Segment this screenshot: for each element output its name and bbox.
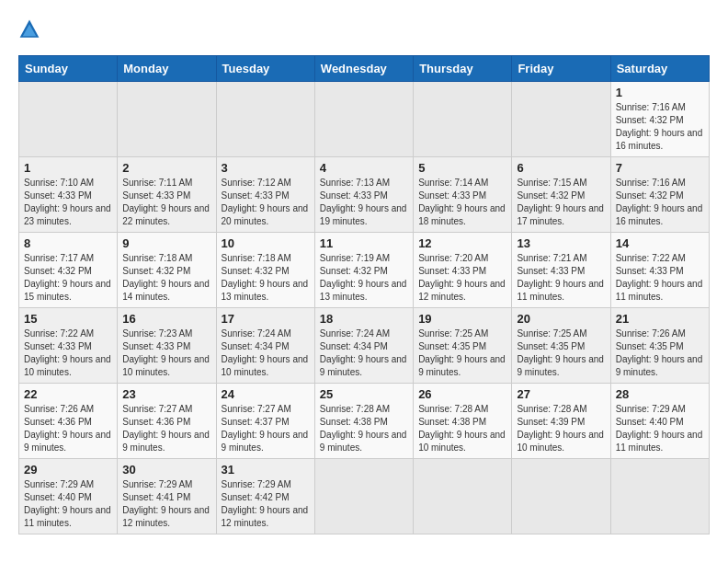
day-info: Sunrise: 7:26 AM Sunset: 4:35 PM Dayligh…: [616, 327, 704, 379]
day-number: 13: [517, 236, 605, 250]
day-info: Sunrise: 7:26 AM Sunset: 4:36 PM Dayligh…: [24, 403, 112, 454]
calendar-cell: [314, 82, 413, 157]
calendar-cell: 20 Sunrise: 7:25 AM Sunset: 4:35 PM Dayl…: [512, 308, 610, 384]
calendar-cell: [118, 82, 216, 157]
day-info: Sunrise: 7:16 AM Sunset: 4:32 PM Dayligh…: [616, 101, 704, 153]
calendar-cell: 16 Sunrise: 7:23 AM Sunset: 4:33 PM Dayl…: [118, 308, 216, 384]
day-info: Sunrise: 7:29 AM Sunset: 4:42 PM Dayligh…: [222, 478, 310, 530]
day-info: Sunrise: 7:16 AM Sunset: 4:32 PM Dayligh…: [616, 177, 704, 228]
calendar-cell: [512, 459, 610, 534]
calendar-cell: 10 Sunrise: 7:18 AM Sunset: 4:32 PM Dayl…: [216, 233, 314, 308]
calendar-cell: [512, 82, 610, 157]
calendar-cell: 14 Sunrise: 7:22 AM Sunset: 4:33 PM Dayl…: [610, 233, 709, 308]
calendar-cell: 29 Sunrise: 7:29 AM Sunset: 4:40 PM Dayl…: [19, 459, 118, 534]
day-info: Sunrise: 7:17 AM Sunset: 4:32 PM Dayligh…: [24, 252, 112, 304]
calendar-cell: 4 Sunrise: 7:13 AM Sunset: 4:33 PM Dayli…: [314, 157, 413, 233]
day-number: 20: [517, 312, 605, 326]
day-of-week-thursday: Thursday: [414, 56, 512, 82]
calendar-week-4: 15 Sunrise: 7:22 AM Sunset: 4:33 PM Dayl…: [19, 308, 710, 384]
day-number: 23: [122, 387, 210, 401]
day-number: 3: [222, 161, 310, 175]
day-info: Sunrise: 7:29 AM Sunset: 4:40 PM Dayligh…: [24, 478, 112, 530]
day-number: 28: [616, 387, 704, 401]
day-number: 6: [517, 161, 605, 175]
day-number: 1: [616, 86, 704, 99]
calendar-cell: [216, 82, 314, 157]
calendar-week-3: 8 Sunrise: 7:17 AM Sunset: 4:32 PM Dayli…: [19, 233, 710, 308]
day-number: 18: [320, 312, 408, 326]
day-of-week-sunday: Sunday: [19, 56, 118, 82]
day-info: Sunrise: 7:27 AM Sunset: 4:37 PM Dayligh…: [222, 403, 310, 454]
day-number: 9: [122, 236, 210, 250]
calendar-cell: 8 Sunrise: 7:17 AM Sunset: 4:32 PM Dayli…: [19, 233, 118, 308]
day-of-week-wednesday: Wednesday: [314, 56, 413, 82]
day-number: 16: [122, 312, 210, 326]
calendar-cell: [19, 82, 118, 157]
calendar-cell: 2 Sunrise: 7:11 AM Sunset: 4:33 PM Dayli…: [118, 157, 216, 233]
calendar-header-row: SundayMondayTuesdayWednesdayThursdayFrid…: [19, 56, 710, 82]
calendar-cell: 18 Sunrise: 7:24 AM Sunset: 4:34 PM Dayl…: [314, 308, 413, 384]
day-info: Sunrise: 7:18 AM Sunset: 4:32 PM Dayligh…: [122, 252, 210, 304]
calendar-cell: 25 Sunrise: 7:28 AM Sunset: 4:38 PM Dayl…: [314, 384, 413, 459]
calendar-cell: 17 Sunrise: 7:24 AM Sunset: 4:34 PM Dayl…: [216, 308, 314, 384]
calendar: SundayMondayTuesdayWednesdayThursdayFrid…: [18, 55, 710, 534]
calendar-cell: 28 Sunrise: 7:29 AM Sunset: 4:40 PM Dayl…: [610, 384, 709, 459]
day-info: Sunrise: 7:12 AM Sunset: 4:33 PM Dayligh…: [222, 177, 310, 228]
calendar-cell: 15 Sunrise: 7:22 AM Sunset: 4:33 PM Dayl…: [19, 308, 118, 384]
day-number: 8: [24, 236, 112, 250]
day-number: 4: [320, 161, 408, 175]
day-info: Sunrise: 7:28 AM Sunset: 4:39 PM Dayligh…: [517, 403, 605, 454]
day-of-week-monday: Monday: [118, 56, 216, 82]
day-info: Sunrise: 7:19 AM Sunset: 4:32 PM Dayligh…: [320, 252, 408, 304]
calendar-week-1: 1 Sunrise: 7:16 AM Sunset: 4:32 PM Dayli…: [19, 82, 710, 157]
day-info: Sunrise: 7:27 AM Sunset: 4:36 PM Dayligh…: [122, 403, 210, 454]
day-number: 27: [517, 387, 605, 401]
day-number: 11: [320, 236, 408, 250]
day-number: 29: [24, 463, 112, 477]
day-number: 2: [122, 161, 210, 175]
day-info: Sunrise: 7:15 AM Sunset: 4:32 PM Dayligh…: [517, 177, 605, 228]
day-info: Sunrise: 7:25 AM Sunset: 4:35 PM Dayligh…: [517, 327, 605, 379]
calendar-cell: [414, 82, 512, 157]
calendar-cell: 24 Sunrise: 7:27 AM Sunset: 4:37 PM Dayl…: [216, 384, 314, 459]
day-info: Sunrise: 7:25 AM Sunset: 4:35 PM Dayligh…: [418, 327, 506, 379]
day-number: 26: [418, 387, 506, 401]
day-number: 21: [616, 312, 704, 326]
calendar-cell: [314, 459, 413, 534]
day-number: 10: [222, 236, 310, 250]
day-info: Sunrise: 7:22 AM Sunset: 4:33 PM Dayligh…: [24, 327, 112, 379]
calendar-cell: 3 Sunrise: 7:12 AM Sunset: 4:33 PM Dayli…: [216, 157, 314, 233]
day-number: 7: [616, 161, 704, 175]
calendar-cell: 22 Sunrise: 7:26 AM Sunset: 4:36 PM Dayl…: [19, 384, 118, 459]
day-number: 5: [418, 161, 506, 175]
day-number: 12: [418, 236, 506, 250]
day-info: Sunrise: 7:18 AM Sunset: 4:32 PM Dayligh…: [222, 252, 310, 304]
page-header: [18, 18, 710, 40]
day-info: Sunrise: 7:24 AM Sunset: 4:34 PM Dayligh…: [222, 327, 310, 379]
day-number: 24: [222, 387, 310, 401]
day-info: Sunrise: 7:11 AM Sunset: 4:33 PM Dayligh…: [122, 177, 210, 228]
logo: [18, 18, 44, 40]
calendar-cell: 27 Sunrise: 7:28 AM Sunset: 4:39 PM Dayl…: [512, 384, 610, 459]
calendar-cell: 11 Sunrise: 7:19 AM Sunset: 4:32 PM Dayl…: [314, 233, 413, 308]
day-number: 14: [616, 236, 704, 250]
calendar-cell: [610, 459, 709, 534]
calendar-cell: 9 Sunrise: 7:18 AM Sunset: 4:32 PM Dayli…: [118, 233, 216, 308]
calendar-cell: [414, 459, 512, 534]
calendar-cell: 1 Sunrise: 7:10 AM Sunset: 4:33 PM Dayli…: [19, 157, 118, 233]
calendar-cell: 13 Sunrise: 7:21 AM Sunset: 4:33 PM Dayl…: [512, 233, 610, 308]
day-info: Sunrise: 7:28 AM Sunset: 4:38 PM Dayligh…: [418, 403, 506, 454]
day-number: 25: [320, 387, 408, 401]
calendar-cell: 31 Sunrise: 7:29 AM Sunset: 4:42 PM Dayl…: [216, 459, 314, 534]
day-number: 17: [222, 312, 310, 326]
day-of-week-saturday: Saturday: [610, 56, 709, 82]
calendar-cell: 21 Sunrise: 7:26 AM Sunset: 4:35 PM Dayl…: [610, 308, 709, 384]
calendar-cell: 12 Sunrise: 7:20 AM Sunset: 4:33 PM Dayl…: [414, 233, 512, 308]
day-number: 30: [122, 463, 210, 477]
day-number: 19: [418, 312, 506, 326]
calendar-cell: 30 Sunrise: 7:29 AM Sunset: 4:41 PM Dayl…: [118, 459, 216, 534]
calendar-cell: 23 Sunrise: 7:27 AM Sunset: 4:36 PM Dayl…: [118, 384, 216, 459]
day-info: Sunrise: 7:29 AM Sunset: 4:40 PM Dayligh…: [616, 403, 704, 454]
calendar-cell: 6 Sunrise: 7:15 AM Sunset: 4:32 PM Dayli…: [512, 157, 610, 233]
calendar-week-2: 1 Sunrise: 7:10 AM Sunset: 4:33 PM Dayli…: [19, 157, 710, 233]
